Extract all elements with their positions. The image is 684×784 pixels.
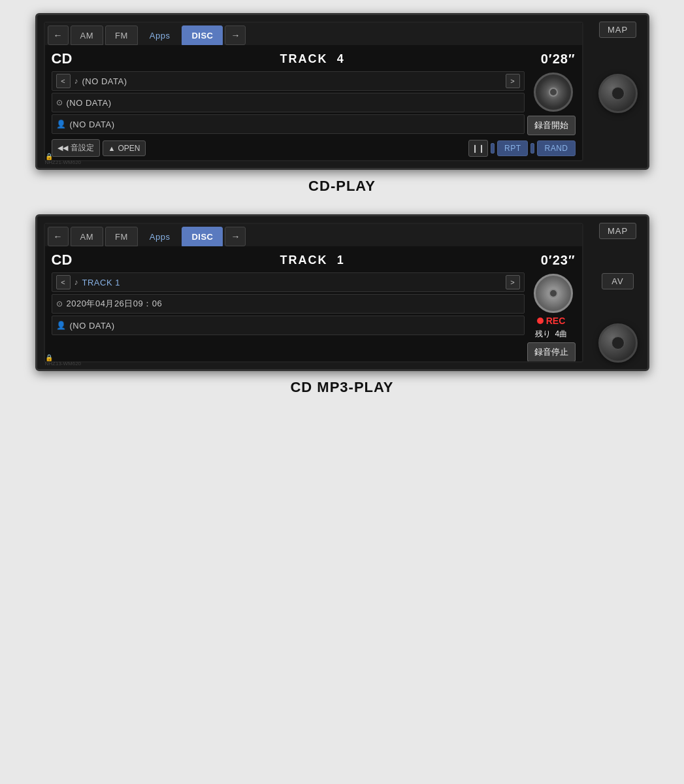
- cd-label-1: CD: [52, 50, 84, 67]
- map-button-1[interactable]: MAP: [599, 22, 636, 38]
- cd-label-2: CD: [52, 252, 84, 269]
- tab-back-arrow-2[interactable]: ←: [48, 227, 69, 246]
- knob-inner-2: [611, 336, 625, 350]
- track-info-2: TRACK 1: [84, 253, 541, 267]
- rec-indicator-2: REC: [537, 316, 566, 326]
- track-info-1: TRACK 4: [84, 52, 541, 66]
- album-row-1: ⊙ (NO DATA): [52, 93, 525, 112]
- artist-row-1: 👤 (NO DATA): [52, 114, 525, 134]
- song-row-1: < ♪ (NO DATA) >: [52, 71, 525, 91]
- rec-dot: [537, 318, 544, 324]
- av-button-2[interactable]: AV: [602, 273, 633, 289]
- info-col-2: < ♪ TRACK 1 > ⊙ 2020年04月26日09：06 👤: [52, 272, 525, 362]
- content-1: CD TRACK 4 0′28″ < ♪ (NO DATA) >: [45, 45, 582, 161]
- tab-disc-1[interactable]: DISC: [182, 25, 223, 45]
- content-2: CD TRACK 1 0′23″ < ♪ TRACK 1 >: [45, 246, 582, 363]
- prev-button-1[interactable]: <: [56, 74, 71, 88]
- time-display-1: 0′28″: [541, 52, 576, 67]
- prev-button-2[interactable]: <: [56, 275, 71, 289]
- control-bar-1: ◀◀ 音設定 ▲ OPEN ❙❙ RPT RAND: [52, 138, 576, 158]
- bar-divider-1: [491, 143, 495, 154]
- sound-label-1: 音設定: [71, 142, 94, 154]
- open-label-1: OPEN: [118, 144, 140, 153]
- rpt-button-1[interactable]: RPT: [497, 140, 529, 156]
- album-text-2: 2020年04月26日09：06: [67, 298, 520, 310]
- tab-am-2[interactable]: AM: [71, 227, 104, 246]
- info-rows-2: < ♪ TRACK 1 > ⊙ 2020年04月26日09：06 👤: [52, 272, 576, 362]
- sound-button-1[interactable]: ◀◀ 音設定: [52, 139, 100, 157]
- tab-back-arrow-1[interactable]: ←: [48, 25, 69, 45]
- tab-forward-arrow-2[interactable]: →: [225, 227, 246, 246]
- screen-1: ← AM FM Apps DISC → CD TRACK 4 0′28″: [44, 22, 583, 161]
- tab-fm-1[interactable]: FM: [105, 25, 138, 45]
- disc-visual-2: [534, 274, 573, 313]
- model-text-1: NHZ21-WM620: [45, 159, 82, 161]
- song-icon-1: ♪: [74, 76, 78, 86]
- artist-text-1: (NO DATA): [70, 120, 520, 129]
- stereo-right-1: MAP: [589, 15, 647, 168]
- record-button-1[interactable]: 録音開始: [527, 116, 576, 135]
- info-rows-1: < ♪ (NO DATA) > ⊙ (NO DATA) 👤: [52, 71, 576, 135]
- rec-label: REC: [546, 316, 566, 326]
- album-text-1: (NO DATA): [67, 98, 520, 108]
- info-col-1: < ♪ (NO DATA) > ⊙ (NO DATA) 👤: [52, 71, 525, 135]
- volume-knob-2[interactable]: [598, 323, 638, 363]
- time-display-2: 0′23″: [541, 253, 576, 268]
- tab-am-1[interactable]: AM: [71, 25, 104, 45]
- tab-disc-2[interactable]: DISC: [182, 227, 223, 246]
- top-row-1: CD TRACK 4 0′28″: [52, 49, 576, 69]
- screen-2: ← AM FM Apps DISC → CD TRACK 1 0′23″: [44, 223, 583, 363]
- disc-center-2: [549, 289, 558, 298]
- next-button-2[interactable]: >: [506, 275, 520, 289]
- model-text-2: NHZ13-WM620: [45, 361, 82, 363]
- song-icon-2: ♪: [74, 278, 78, 287]
- cd-mp3-play-unit: ← AM FM Apps DISC → CD TRACK 1 0′23″: [0, 214, 684, 409]
- record-button-2[interactable]: 録音停止: [527, 342, 576, 362]
- pause-button-1[interactable]: ❙❙: [468, 140, 488, 157]
- stereo-unit-2: ← AM FM Apps DISC → CD TRACK 1 0′23″: [35, 214, 649, 371]
- disc-visual-1: [534, 73, 573, 112]
- rec-remaining: 残り 4曲: [535, 329, 567, 340]
- disc-center-1: [549, 88, 558, 97]
- volume-knob-1[interactable]: [598, 74, 638, 113]
- artist-icon-2: 👤: [56, 321, 66, 330]
- map-button-2[interactable]: MAP: [599, 223, 636, 239]
- stereo-unit-1: ← AM FM Apps DISC → CD TRACK 4 0′28″: [35, 13, 649, 170]
- album-icon-1: ⊙: [56, 98, 63, 107]
- song-text-1: (NO DATA): [82, 76, 502, 86]
- song-row-2: < ♪ TRACK 1 >: [52, 272, 525, 292]
- next-button-1[interactable]: >: [506, 74, 520, 88]
- rand-button-1[interactable]: RAND: [537, 140, 575, 156]
- bar-divider-2: [530, 143, 534, 154]
- artist-icon-1: 👤: [56, 120, 66, 129]
- sound-icon-1: ◀◀: [57, 144, 68, 152]
- artist-text-2: (NO DATA): [70, 321, 520, 331]
- caption-1: CD-PLAY: [308, 178, 376, 195]
- tab-apps-1[interactable]: Apps: [140, 25, 180, 45]
- album-row-2: ⊙ 2020年04月26日09：06: [52, 294, 525, 314]
- caption-2: CD MP3-PLAY: [290, 379, 393, 396]
- top-row-2: CD TRACK 1 0′23″: [52, 250, 576, 270]
- tab-bar-1: ← AM FM Apps DISC →: [45, 23, 582, 45]
- open-button-1[interactable]: ▲ OPEN: [103, 140, 146, 156]
- song-text-2: TRACK 1: [82, 278, 502, 287]
- stereo-right-2: MAP AV: [589, 216, 647, 369]
- tab-forward-arrow-1[interactable]: →: [225, 25, 246, 45]
- tab-bar-2: ← AM FM Apps DISC →: [45, 224, 582, 246]
- album-icon-2: ⊙: [56, 299, 63, 308]
- knob-inner-1: [611, 87, 625, 100]
- artist-row-2: 👤 (NO DATA): [52, 316, 525, 335]
- tab-apps-2[interactable]: Apps: [140, 227, 180, 246]
- cd-play-unit: ← AM FM Apps DISC → CD TRACK 4 0′28″: [0, 13, 684, 208]
- open-icon-1: ▲: [108, 144, 116, 152]
- tab-fm-2[interactable]: FM: [105, 227, 138, 246]
